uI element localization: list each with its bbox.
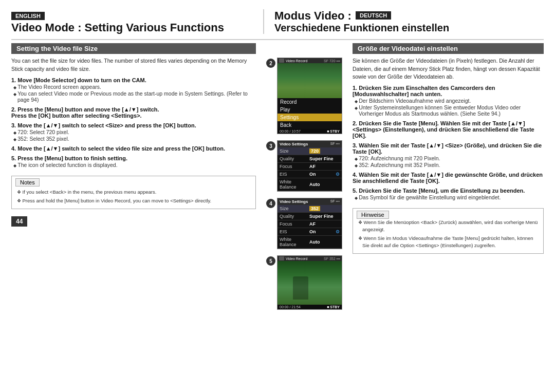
step-1: 1. Move [Mode Selector] down to turn on …	[11, 77, 256, 103]
screen3-row-1: Quality Super Fine	[278, 155, 342, 163]
screen3-val-4: Auto	[309, 182, 320, 187]
screenshot-4: Video Settings SF ▪▪▪ Size 352 Quality S…	[277, 198, 342, 249]
step-2-title: Press the [Menu] button and move the [▲/…	[17, 106, 159, 113]
screen4-info: SF ▪▪▪	[330, 199, 340, 204]
figure-silhouette	[293, 276, 308, 300]
screen4-titlebar: Video Settings SF ▪▪▪	[278, 198, 342, 205]
screen5-topbar: Video Record SF 352 ▪▪▪	[278, 256, 342, 261]
right-section-header: Größe der Videodatei einstellen	[353, 43, 544, 54]
step-circle-5: 5	[266, 256, 275, 266]
step-3-bullet-1: 352: Select 352 pixel.	[11, 136, 256, 142]
screenshot-3: Video Settings SF ▪▪▪ Size 720 Quality S…	[277, 140, 342, 192]
screen2-footer: 00:00 / 10:57 ■ STBY	[278, 129, 342, 134]
screen2-video	[278, 63, 342, 98]
screen2-stby: ■ STBY	[327, 129, 340, 133]
right-steps: 1. Drücken Sie zum Einschalten des Camco…	[353, 85, 544, 204]
r-step-1-bullet-0: Der Bildschirm Videoaufnahme wird angeze…	[353, 98, 544, 104]
screen4-label-2: Focus	[280, 221, 308, 227]
step-1-title: Move [Mode Selector] down to turn on the…	[17, 77, 146, 83]
r-step-1-title: Drücken Sie zum Einschalten des Camcorde…	[353, 85, 495, 97]
screen3-label-2: Focus	[280, 164, 308, 169]
screen5-icon	[279, 256, 284, 260]
screen3-label-3: EIS	[280, 172, 308, 177]
step-3-num: 3.	[11, 122, 17, 128]
screen2-icon	[279, 59, 284, 63]
screenshot-2: Video Record SF 720 ▪▪▪ Record Play Sett…	[277, 58, 342, 134]
screen2-title: Video Record	[286, 59, 307, 63]
screen3-row-4: White Balance Auto	[278, 178, 342, 191]
hinweise-label: Hinweise	[357, 211, 389, 219]
screen4-row-0: Size 352	[278, 205, 342, 213]
english-badge: ENGLISH	[11, 12, 45, 20]
r-step-5-bullet-0: Das Symbol für die gewählte Einstellung …	[353, 194, 544, 200]
header-left: ENGLISH Video Mode : Setting Various Fun…	[11, 12, 263, 34]
notes-label: Notes	[15, 178, 40, 186]
screen4-label-4: White Balance	[280, 237, 308, 247]
screen5-stby: ■ STBY	[327, 305, 340, 309]
screen4-val-2: AF	[309, 221, 316, 227]
left-section-header: Setting the Video file Size	[11, 43, 256, 54]
r-step-3-title: Wählen Sie mit der Taste [▲/▼] <Size> (G…	[353, 142, 542, 155]
step-5-title: Press the [Menu] button to finish settin…	[17, 155, 127, 161]
screen4-row-3: EIS On ⚙	[278, 228, 342, 236]
r-step-1-num: 1.	[353, 85, 359, 91]
screen4-val-4: Auto	[309, 239, 320, 245]
r-step-5-title: Drücken Sie die Taste [Menu], um die Ein…	[359, 188, 525, 194]
screen3-label-0: Size	[280, 148, 308, 154]
step-1-bullet-1: You can select Video mode or Previous mo…	[11, 90, 256, 103]
step-circle-2: 2	[266, 59, 275, 68]
step-4: 4. Move the [▲/▼] switch to select the v…	[11, 145, 256, 152]
screenshot-3-wrapper: 3 Video Settings SF ▪▪▪ Size 720 Quality…	[266, 140, 342, 192]
screen3-row-2: Focus AF	[278, 163, 342, 171]
menu-back: Back	[278, 121, 342, 129]
screen4-label-3: EIS	[280, 229, 308, 234]
r-step-2: 2. Drücken Sie die Taste [Menu]. Wählen …	[353, 120, 544, 139]
screen2-menu: Record Play Settings Back	[278, 98, 342, 129]
screen4-val-3: On	[309, 229, 316, 234]
r-step-5: 5. Drücken Sie die Taste [Menu], um die …	[353, 188, 544, 200]
screen3-icon: ⚙	[336, 172, 340, 177]
screen4-label-0: Size	[280, 206, 308, 211]
header-row: ENGLISH Video Mode : Setting Various Fun…	[11, 9, 544, 34]
hinweise-text: Wenn Sie die Menüoption <Back> (Zurück) …	[357, 219, 539, 249]
step-2: 2. Press the [Menu] button and move the …	[11, 106, 256, 119]
screen4-val-1: Super Fine	[309, 214, 334, 219]
screen2-time: 00:00 / 10:57	[280, 129, 301, 133]
screen5-info: SF 352 ▪▪▪	[324, 257, 340, 260]
screen3-row-3: EIS On ⚙	[278, 171, 342, 178]
screen5-title: Video Record	[286, 257, 307, 260]
step-5-bullet-0: The icon of selected function is display…	[11, 162, 256, 168]
r-step-4-title: Wählen Sie mit der Taste [▲/▼] die gewün…	[353, 172, 543, 184]
r-step-3-bullet-0: 720: Aufzeichnung mit 720 Pixeln.	[353, 155, 544, 161]
notes-box: Notes If you select <Back> in the menu, …	[11, 176, 256, 209]
screen5-footer: 00:00 / 21:54 ■ STBY	[278, 305, 342, 309]
screen4-row-4: White Balance Auto	[278, 236, 342, 249]
r-step-4-num: 4.	[353, 172, 359, 178]
step-2-num: 2.	[11, 106, 17, 113]
menu-record: Record	[278, 98, 342, 106]
screen3-title: Video Settings	[280, 142, 308, 146]
step-1-num: 1.	[11, 77, 17, 83]
r-step-3-num: 3.	[353, 142, 359, 148]
hinweis-0: Wenn Sie die Menüoption <Back> (Zurück) …	[357, 219, 539, 233]
deutsch-badge: DEUTSCH	[356, 11, 391, 20]
screen4-row-2: Focus AF	[278, 220, 342, 228]
r-step-1: 1. Drücken Sie zum Einschalten des Camco…	[353, 85, 544, 117]
r-step-1-bullet-1: Unter Systemeinstellungen können Sie ent…	[353, 104, 544, 117]
screen2-topbar: Video Record SF 720 ▪▪▪	[278, 58, 342, 63]
screenshot-5: Video Record SF 352 ▪▪▪ 00:00 / 21:54 ■ …	[277, 255, 342, 310]
screenshots-column: 2 Video Record SF 720 ▪▪▪ Record Play Se…	[263, 43, 345, 386]
step-4-num: 4.	[11, 145, 17, 152]
screen3-label-4: White Balance	[280, 179, 308, 190]
screen4-icon: ⚙	[336, 229, 340, 234]
main-title-left: Video Mode : Setting Various Functions	[11, 21, 263, 34]
main-title-right-2: Verschiedene Funktionen einstellen	[274, 22, 544, 34]
r-step-3-bullet-1: 352: Aufzeichnung mit 352 Pixeln.	[353, 162, 544, 168]
screen5-video	[278, 261, 342, 305]
page-number: 44	[11, 216, 27, 227]
r-step-2-num: 2.	[353, 120, 359, 126]
left-column: Setting the Video file Size You can set …	[11, 43, 263, 386]
screen4-title: Video Settings	[280, 199, 308, 204]
header-right: Modus Video : DEUTSCH Verschiedene Funkt…	[264, 9, 544, 34]
note-1: Press and hold the [Menu] button in Vide…	[16, 197, 251, 204]
